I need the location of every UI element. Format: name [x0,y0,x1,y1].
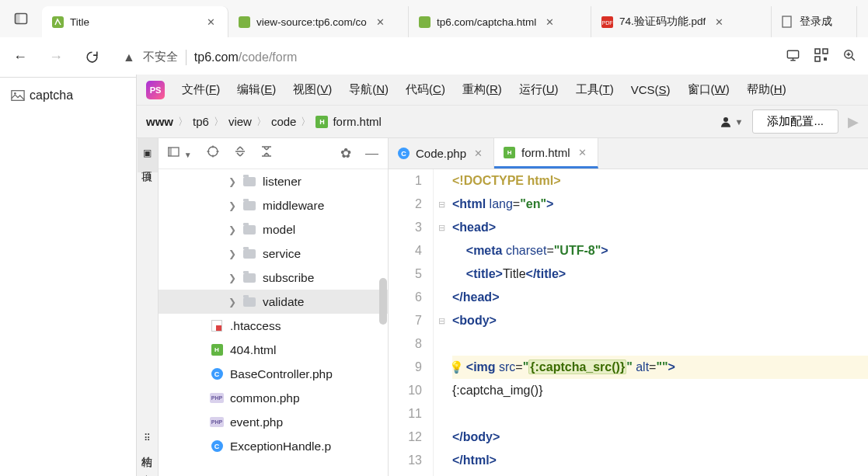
browser-tab-captcha[interactable]: tp6.com/captcha.html ✕ [409,6,591,37]
browser-tab-title[interactable]: Title ✕ [42,6,228,37]
tree-file[interactable]: H404.html [159,338,388,362]
editor-tab-codephp[interactable]: C Code.php ✕ [389,138,494,169]
tab-close-icon[interactable]: ✕ [204,15,218,30]
menu-tools[interactable]: 工具(T) [576,82,614,97]
menu-file[interactable]: 文件(F) [182,82,220,97]
breadcrumb-item[interactable]: code [271,115,297,128]
chevron-right-icon[interactable]: ❯ [190,200,236,211]
tree-file[interactable]: PHPevent.php [159,410,388,434]
menu-edit[interactable]: 编辑(E) [237,82,276,97]
tree-file[interactable]: PHPcommon.php [159,386,388,410]
expand-icon[interactable] [234,145,246,162]
menu-vcs[interactable]: VCS(S) [631,83,671,96]
menu-navigate[interactable]: 导航(N) [349,82,389,97]
back-button[interactable]: ← [8,45,33,70]
menu-run[interactable]: 运行(U) [519,82,559,97]
fold-column[interactable]: ⊟⊟⊟ [434,169,449,476]
tree-folder[interactable]: ❯service [159,241,388,266]
ide-logo-icon[interactable]: PS [146,81,165,99]
add-configuration-button[interactable]: 添加配置... [752,109,838,134]
svg-rect-9 [815,49,820,54]
breadcrumb-item[interactable]: form.html [333,115,382,128]
svg-point-15 [14,92,16,95]
line-number: 4 [389,239,422,262]
forward-button[interactable]: → [44,45,68,70]
window-panel-button[interactable] [0,0,42,37]
tab-close-icon[interactable]: ✕ [712,15,727,30]
rail-project-tab[interactable]: ▣项目 [138,138,158,172]
pdf-icon: PDF [601,16,613,28]
fold-marker[interactable]: ⊟ [434,193,449,216]
collapse-icon[interactable] [260,145,273,162]
tree-folder[interactable]: ❯listener [159,169,388,193]
class-file-icon: C [210,368,224,380]
editor-content[interactable]: 12345678910111213 ⊟⊟⊟ <!DOCTYPE html> <h… [389,169,868,476]
fold-marker[interactable]: ⊟ [434,216,449,239]
rail-structure-tab[interactable]: ⠿结构 [138,423,158,457]
chevron-right-icon[interactable]: ❯ [190,297,236,307]
chevron-right-icon[interactable]: ❯ [190,248,236,259]
browser-tab-login[interactable]: 登录成 [772,6,857,37]
tree-folder[interactable]: ❯validate [159,290,388,314]
editor-tab-label: form.html [521,146,570,159]
tree-item-label: subscribe [263,271,314,285]
project-view-dropdown[interactable]: ▼ [168,146,192,162]
tab-label: 74.验证码功能.pdf [619,15,706,29]
breadcrumb-item[interactable]: www [146,115,173,128]
menu-window[interactable]: 窗口(W) [688,82,730,97]
menu-code[interactable]: 代码(C) [406,82,445,97]
folder-icon [242,200,256,212]
tab-close-icon[interactable]: ✕ [542,15,557,30]
address-right-icons [786,48,860,67]
user-dropdown[interactable]: ▼ [719,115,744,129]
project-tree[interactable]: ❯listener❯middleware❯model❯service❯subsc… [159,169,388,476]
chevron-right-icon[interactable]: ❯ [190,273,236,283]
menu-view[interactable]: 视图(V) [293,82,332,97]
browser-tab-viewsource[interactable]: view-source:tp6.com/co ✕ [228,6,409,37]
fold-marker [434,449,449,472]
chevron-right-icon[interactable]: ❯ [190,176,236,187]
fold-marker [434,426,449,449]
qr-icon[interactable] [814,48,828,67]
run-play-icon[interactable]: ▶ [848,113,859,130]
chevron-right-icon[interactable]: ❯ [190,224,236,235]
tab-favicon-icon [418,16,431,28]
tree-file[interactable]: .htaccess [159,314,388,338]
line-number: 3 [389,216,422,239]
tab-close-icon[interactable]: ✕ [577,145,588,160]
locate-icon[interactable] [206,144,220,162]
html-file-icon: H [315,116,328,128]
tree-scrollbar-thumb[interactable] [379,278,387,325]
tab-close-icon[interactable]: ✕ [472,146,484,161]
tree-item-label: service [263,247,301,261]
editor-tabs: C Code.php ✕ H form.html ✕ [389,138,868,169]
reload-button[interactable] [79,45,104,70]
editor-area: C Code.php ✕ H form.html ✕ 1234567891011… [389,138,868,476]
gear-icon[interactable]: ✿ [340,145,351,162]
intention-bulb-icon[interactable] [449,356,464,379]
editor-tab-formhtml[interactable]: H form.html ✕ [494,138,598,169]
menu-refactor[interactable]: 重构(R) [462,82,502,97]
zoom-icon[interactable] [842,48,857,67]
code-body[interactable]: <!DOCTYPE html> <html lang="en"> <head> … [449,169,868,476]
tree-file[interactable]: CExceptionHandle.p [159,434,388,458]
chevron-right-icon: 〉 [301,115,311,129]
desktop-icon[interactable] [786,48,800,67]
tree-file[interactable]: CBaseController.php [159,362,388,386]
breadcrumb-item[interactable]: tp6 [193,115,209,128]
tree-folder[interactable]: ❯model [159,217,388,241]
browser-tab-pdf[interactable]: PDF 74.验证码功能.pdf ✕ [591,6,772,37]
menu-help[interactable]: 帮助(H) [747,82,786,97]
rail-favorites-tab[interactable]: 藏夹 [138,457,158,476]
breadcrumb-item[interactable]: view [228,115,252,128]
captcha-broken-image[interactable]: captcha [11,89,125,102]
tree-item-label: common.php [230,391,300,405]
minimize-icon[interactable]: — [365,146,378,162]
address-bar[interactable]: ▲ 不安全 tp6.com/code/form [115,43,775,71]
tree-folder[interactable]: ❯middleware [159,193,388,217]
breadcrumb[interactable]: www 〉 tp6 〉 view 〉 code 〉 H form.html [146,115,382,129]
svg-rect-11 [815,57,820,61]
tree-folder[interactable]: ❯subscribe [159,266,388,290]
fold-marker[interactable]: ⊟ [434,309,449,332]
tab-close-icon[interactable]: ✕ [373,15,388,30]
